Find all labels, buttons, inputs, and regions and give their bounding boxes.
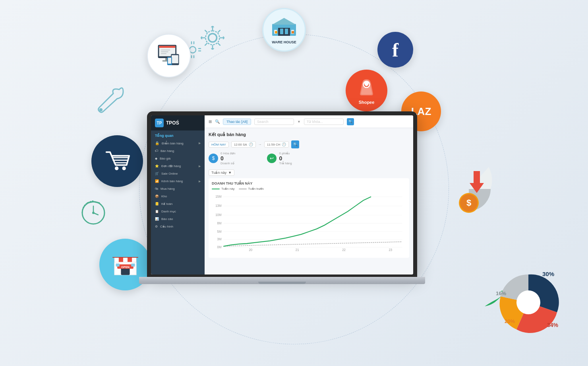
returns-sub: Trả hàng [279, 162, 292, 165]
sales-value: 0 [220, 155, 235, 162]
start-time-filter[interactable]: 12:00 SA 🕛 [231, 141, 256, 148]
sidebar-item-11[interactable]: ⚙ Cấu hình [151, 223, 205, 230]
chart-legend: Tuần này Tuần trước [212, 187, 406, 191]
laptop-content: TP TPOŚ Tổng quan 🔒 Điểm bán hàng ▶ 🏷 Bá… [151, 115, 413, 274]
svg-rect-41 [131, 264, 135, 267]
gear-sidebar-icon: ⚙ [155, 225, 158, 228]
svg-text:15M: 15M [215, 194, 221, 199]
sidebar: TP TPOŚ Tổng quan 🔒 Điểm bán hàng ▶ 🏷 Bá… [151, 115, 205, 274]
pie-label-20: 20% [505, 318, 515, 324]
sidebar-item-5[interactable]: 📶 Kênh bán hàng ▶ [151, 177, 205, 185]
sales-sub: Doanh số [220, 162, 235, 165]
sidebar-item-6[interactable]: 🛍 Mua hàng [151, 185, 205, 193]
svg-rect-30 [168, 58, 171, 64]
clock-icon-2: 🕛 [282, 142, 286, 146]
sidebar-item-7[interactable]: 📦 Kho [151, 193, 205, 200]
logo-icon: TP [155, 119, 164, 127]
svg-rect-12 [285, 29, 288, 34]
star-icon: ⭐ [155, 164, 159, 168]
returns-value: 0 [279, 155, 292, 162]
facebook-icon: f [377, 32, 413, 68]
svg-text:20: 20 [249, 247, 252, 252]
svg-text:$: $ [466, 198, 471, 208]
svg-rect-28 [172, 55, 178, 63]
lock-icon: 🔒 [155, 141, 159, 145]
svg-rect-10 [278, 28, 290, 36]
apply-filter-button[interactable]: 🔍 [291, 140, 299, 148]
stat-card-returns: ↩ 0 phiếu 0 Trả hàng [267, 152, 292, 165]
sidebar-item-8[interactable]: 📒 Kế toán [151, 200, 205, 208]
revenue-chart: DOANH THU TUẦN NÀY Tuần này Tuần trước [209, 178, 409, 258]
arrow-icon-5: ▶ [199, 180, 201, 183]
topbar-tab[interactable]: Thao tác [Alt] [223, 119, 251, 125]
legend-last-week: Tuần trước [239, 187, 264, 191]
chart-title: DOANH THU TUẦN NÀY [212, 181, 406, 185]
svg-rect-40 [116, 264, 119, 267]
clock-icon: 🕛 [249, 142, 253, 146]
content-area: Kết quả bán hàng HÔM NAY 12:00 SA 🕛 → 11… [205, 128, 413, 274]
search-button[interactable]: 🔍 [347, 118, 354, 125]
keyword-box[interactable]: Từ khóa... [304, 119, 344, 125]
svg-point-2 [190, 47, 196, 53]
sidebar-item-2[interactable]: ◆ Báo giá [151, 155, 205, 162]
svg-text:8M: 8M [217, 221, 222, 225]
logo-text: TPOŚ [166, 120, 179, 126]
wrench-icon [95, 84, 127, 115]
svg-text:10M: 10M [215, 212, 221, 217]
pie-label-16: 16% [496, 290, 506, 296]
svg-text:21: 21 [296, 247, 299, 252]
timer-icon [77, 195, 109, 227]
chart-svg: 15M 13M 10M 8M 5M 3M 0M [212, 192, 406, 252]
sidebar-item-3[interactable]: ⭐ Đơn đặt hàng ▶ [151, 162, 205, 170]
svg-rect-21 [159, 46, 175, 48]
svg-text:5M: 5M [217, 229, 222, 234]
pie-label-34: 34% [547, 322, 558, 328]
warehouse-icon: WARE HOUSE [262, 8, 306, 52]
today-filter[interactable]: HÔM NAY [209, 142, 229, 148]
svg-point-34 [114, 166, 119, 170]
laptop-screen: TP TPOŚ Tổng quan 🔒 Điểm bán hàng ▶ 🏷 Bá… [147, 111, 417, 277]
devices-icon [147, 34, 191, 78]
stat-card-sales: $ 0 Hóa đơn 0 Doanh số [209, 152, 235, 165]
sales-info: 0 Hóa đơn 0 Doanh số [220, 152, 235, 165]
search-box[interactable]: Search [254, 119, 294, 125]
svg-text:13M: 13M [215, 203, 221, 208]
book-icon: 📒 [155, 202, 159, 206]
end-time-filter[interactable]: 11:59 CH 🕛 [264, 141, 289, 148]
last-week-dot [239, 189, 247, 189]
main-content-area: ⊞ 🔍 Thao tác [Alt] Search ▼ Từ khóa... 🔍… [205, 115, 413, 274]
returns-icon: ↩ [267, 154, 277, 163]
stats-row: $ 0 Hóa đơn 0 Doanh số ↩ [209, 152, 409, 165]
returns-label: 0 phiếu [279, 152, 292, 155]
pie-label-30: 30% [542, 271, 554, 277]
sidebar-item-10[interactable]: 📊 Báo cáo [151, 215, 205, 223]
diamond-icon: ◆ [155, 157, 157, 160]
svg-point-47 [516, 290, 540, 314]
sidebar-item-9[interactable]: 📋 Danh mục [151, 208, 205, 215]
sidebar-item-1[interactable]: 🏷 Bán hàng [151, 147, 205, 155]
search-divider: ▼ [297, 120, 301, 124]
this-week-dot [212, 189, 220, 189]
list-icon: 📋 [155, 210, 159, 213]
stats-spacer [243, 152, 259, 165]
shopee-label: Shopee [356, 100, 377, 105]
svg-point-1 [209, 34, 217, 42]
page-title: Kết quả bán hàng [209, 132, 409, 137]
sidebar-section: Tổng quan [151, 130, 205, 139]
tag-icon: 🏷 [155, 149, 158, 153]
sidebar-item-0[interactable]: 🔒 Điểm bán hàng ▶ [151, 139, 205, 147]
svg-rect-11 [280, 29, 283, 34]
sidebar-item-4[interactable]: 🛒 Sale Online [151, 170, 205, 177]
arrow-icon-0: ▶ [199, 142, 201, 145]
period-selector[interactable]: Tuần này ▼ [209, 169, 234, 176]
signal-icon: 📶 [155, 179, 159, 183]
svg-point-7 [92, 212, 95, 214]
dropdown-chevron: ▼ [228, 171, 232, 175]
pie-chart: 30% 34% 20% 16% [493, 267, 564, 338]
svg-text:23: 23 [389, 247, 393, 252]
cart-icon [91, 135, 143, 187]
warehouse-label: WARE HOUSE [270, 40, 298, 44]
box-icon: 📦 [155, 195, 159, 198]
svg-point-3 [99, 108, 103, 111]
gear-icon-large [199, 24, 226, 52]
